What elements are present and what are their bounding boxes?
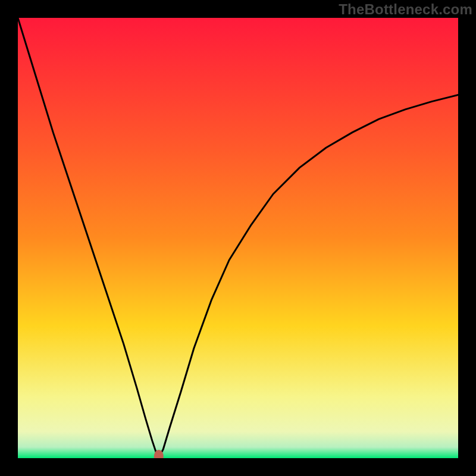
chart-frame: TheBottleneck.com [0,0,476,476]
gradient-background [18,18,458,458]
plot-area [18,18,458,458]
watermark-text: TheBottleneck.com [339,1,472,18]
chart-svg [18,18,458,458]
